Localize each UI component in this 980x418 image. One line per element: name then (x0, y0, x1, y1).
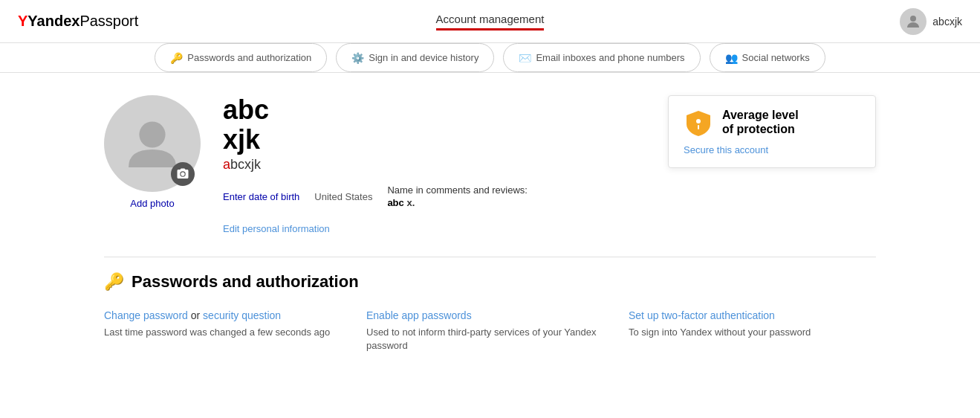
avatar-large (104, 95, 201, 192)
header-title: Account management (436, 13, 545, 25)
header-title-wrap: Account management (436, 13, 545, 30)
profile-last-name: xjk (223, 125, 646, 155)
user-icon (904, 13, 922, 30)
avatar-wrap: Add photo (104, 95, 201, 209)
profile-info: abc xjk abcxjk Enter date of birth Unite… (223, 95, 646, 234)
svg-point-2 (696, 119, 701, 123)
profile-first-name: abc (223, 95, 646, 125)
mail-tab-icon: ✉️ (519, 52, 531, 64)
comment-name-block: Name in comments and reviews: abc x. (387, 184, 528, 208)
svg-point-1 (139, 121, 165, 147)
edit-personal-link[interactable]: Edit personal information (223, 223, 330, 234)
logo-yandex: YYandex (18, 13, 79, 30)
login-rest: bcxjk (230, 157, 261, 172)
tab-signin-label: Sign in and device history (369, 52, 478, 63)
protection-text: Average levelof protection (722, 108, 799, 136)
svg-rect-3 (698, 125, 699, 129)
header-avatar (900, 8, 927, 35)
header-username: abcxjk (932, 16, 962, 28)
comment-name-space: x. (404, 197, 415, 208)
camera-button[interactable] (171, 162, 195, 186)
protection-card: Average levelof protection Secure this a… (668, 95, 876, 168)
camera-icon (176, 167, 189, 181)
section-divider (104, 257, 876, 257)
security-question-link[interactable]: security question (203, 309, 281, 321)
profile-meta: Enter date of birth United States Name i… (223, 184, 646, 234)
key-tab-icon: 🔑 (170, 52, 183, 64)
social-tab-icon: 👥 (725, 52, 738, 64)
tab-social-label: Social networks (742, 52, 810, 63)
tab-signin[interactable]: ⚙️ Sign in and device history (336, 43, 494, 72)
change-password-link[interactable]: Change password (104, 309, 188, 321)
shield-icon-wrap (684, 108, 713, 138)
comment-name-bold: abc (387, 197, 403, 208)
cards-grid: Change password or security question Las… (104, 309, 876, 353)
login-prefix: a (223, 157, 230, 172)
tab-passwords[interactable]: 🔑 Passwords and authorization (155, 43, 327, 72)
tab-email[interactable]: ✉️ Email inboxes and phone numbers (503, 43, 700, 72)
profile-section: Add photo abc xjk abcxjk Enter date of b… (104, 95, 876, 234)
add-photo-link[interactable]: Add photo (130, 198, 174, 209)
card-two-factor: Set up two-factor authentication To sign… (629, 309, 876, 353)
logo-passport: Passport (79, 13, 138, 30)
header-user[interactable]: abcxjk (900, 8, 962, 35)
two-factor-link[interactable]: Set up two-factor authentication (629, 309, 775, 321)
enable-app-passwords-link[interactable]: Enable app passwords (366, 309, 472, 321)
gear-tab-icon: ⚙️ (351, 52, 364, 64)
shield-icon (684, 108, 713, 138)
card-3-desc: To sign into Yandex without your passwor… (629, 326, 876, 339)
passwords-section: 🔑 Passwords and authorization Change pas… (104, 272, 876, 353)
profile-login: abcxjk (223, 157, 646, 173)
card-2-links: Enable app passwords (366, 309, 614, 321)
protection-card-header: Average levelof protection (684, 108, 860, 138)
nav-tabs: 🔑 Passwords and authorization ⚙️ Sign in… (0, 43, 980, 73)
card-2-desc: Used to not inform third-party services … (366, 326, 614, 353)
section-key-icon: 🔑 (104, 272, 124, 292)
tab-social[interactable]: 👥 Social networks (710, 43, 825, 72)
card-change-password: Change password or security question Las… (104, 309, 351, 353)
comment-name-value: abc x. (387, 197, 528, 208)
card-1-desc: Last time password was changed a few sec… (104, 326, 351, 339)
card-1-links: Change password or security question (104, 309, 351, 321)
card-app-passwords: Enable app passwords Used to not inform … (366, 309, 614, 353)
section-header: 🔑 Passwords and authorization (104, 272, 876, 292)
card-1-connector: or (191, 309, 203, 321)
header: YYandex Passport Account management abcx… (0, 0, 980, 43)
protection-title: Average levelof protection (722, 108, 799, 136)
main-content: Add photo abc xjk abcxjk Enter date of b… (0, 73, 980, 376)
profile-country: United States (314, 191, 372, 202)
logo-bold-text: Yandex (27, 13, 79, 29)
enter-dob-link[interactable]: Enter date of birth (223, 191, 299, 202)
avatar-silhouette (123, 114, 182, 173)
secure-account-link[interactable]: Secure this account (684, 144, 768, 155)
tab-passwords-label: Passwords and authorization (187, 52, 311, 63)
section-title: Passwords and authorization (132, 272, 359, 292)
svg-point-0 (910, 16, 916, 22)
card-3-links: Set up two-factor authentication (629, 309, 876, 321)
comment-name-label: Name in comments and reviews: (387, 184, 528, 196)
logo-red-y: Y (18, 13, 27, 29)
header-title-underline (436, 28, 545, 30)
logo[interactable]: YYandex Passport (18, 13, 138, 30)
tab-email-label: Email inboxes and phone numbers (536, 52, 684, 63)
